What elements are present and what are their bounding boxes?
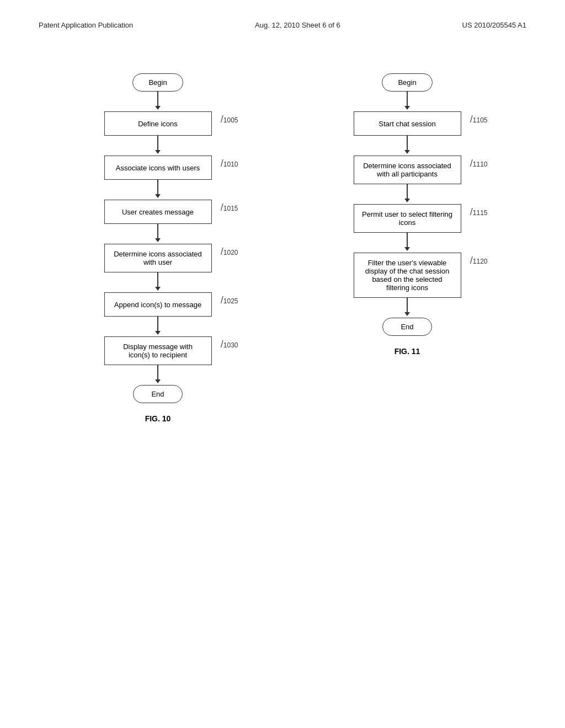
- shape-begin2: Begin: [382, 73, 432, 92]
- step-1105: Start chat session 1105: [354, 111, 461, 136]
- header-left: Patent Application Publication: [39, 21, 133, 29]
- stepnum-1020: 1020: [221, 246, 238, 258]
- begin2-label: Begin: [398, 78, 416, 87]
- arrow-begin1-to-1005: [155, 92, 161, 111]
- step-end2: End: [382, 318, 432, 336]
- arrow-1120-to-end2: [404, 298, 410, 318]
- shape-1025: Append icon(s) to message: [104, 292, 212, 317]
- arrow-1025-to-1030: [155, 317, 161, 336]
- label-1025: Append icon(s) to message: [114, 301, 201, 309]
- step-1010: Associate icons with users 1010: [104, 156, 212, 180]
- arrow-begin2-to-1105: [404, 92, 410, 111]
- flowchart-fig11: Begin Start chat session 1105 Determine …: [354, 73, 461, 356]
- page-header: Patent Application Publication Aug. 12, …: [22, 11, 543, 35]
- stepnum-1030: 1030: [221, 339, 238, 350]
- header-right: US 2010/205545 A1: [462, 21, 526, 29]
- step-1110: Determine icons associated with all part…: [354, 156, 461, 184]
- step-1020: Determine icons associated with user 102…: [104, 244, 212, 272]
- arrow-1010-to-1015: [155, 180, 161, 200]
- flowcharts-container: Begin Define icons 1005 Associate icons …: [22, 35, 543, 434]
- stepnum-1015: 1015: [221, 202, 238, 213]
- shape-begin1: Begin: [132, 73, 183, 92]
- shape-1020: Determine icons associated with user: [104, 244, 212, 272]
- fig11-label: FIG. 11: [395, 347, 420, 356]
- label-1010: Associate icons with users: [116, 164, 200, 172]
- arrow-1105-to-1110: [404, 136, 410, 156]
- page: Patent Application Publication Aug. 12, …: [0, 0, 565, 728]
- step-end1: End: [133, 385, 183, 403]
- label-1120: Filter the user's viewable display of th…: [362, 259, 453, 292]
- shape-1115: Permit user to select filtering icons: [354, 204, 461, 233]
- shape-1015: User creates message: [104, 200, 212, 224]
- label-1105: Start chat session: [379, 120, 435, 128]
- step-begin2: Begin: [382, 73, 432, 92]
- end1-label: End: [151, 390, 164, 398]
- arrow-1005-to-1010: [155, 136, 161, 156]
- fig10-label: FIG. 10: [145, 414, 171, 423]
- shape-1110: Determine icons associated with all part…: [354, 156, 461, 184]
- stepnum-1025: 1025: [221, 295, 238, 306]
- shape-end1: End: [133, 385, 183, 403]
- label-1005: Define icons: [138, 120, 178, 128]
- shape-1010: Associate icons with users: [104, 156, 212, 180]
- end2-label: End: [401, 323, 413, 331]
- step-begin1: Begin: [132, 73, 183, 92]
- step-1025: Append icon(s) to message 1025: [104, 292, 212, 317]
- stepnum-1105: 1105: [470, 114, 488, 125]
- stepnum-1115: 1115: [470, 206, 488, 218]
- step-1030: Display message with icon(s) to recipien…: [104, 336, 212, 365]
- stepnum-1120: 1120: [470, 255, 488, 266]
- stepnum-1005: 1005: [221, 114, 238, 125]
- label-1115: Permit user to select filtering icons: [362, 210, 453, 227]
- stepnum-1110: 1110: [470, 158, 488, 169]
- arrow-1030-to-end1: [155, 365, 161, 385]
- shape-1105: Start chat session: [354, 111, 461, 136]
- flowchart-fig10: Begin Define icons 1005 Associate icons …: [104, 73, 212, 423]
- shape-1030: Display message with icon(s) to recipien…: [104, 336, 212, 365]
- step-1120: Filter the user's viewable display of th…: [354, 253, 461, 298]
- step-1115: Permit user to select filtering icons 11…: [354, 204, 461, 233]
- arrow-1015-to-1020: [155, 224, 161, 244]
- label-1030: Display message with icon(s) to recipien…: [113, 342, 204, 359]
- shape-end2: End: [382, 318, 432, 336]
- shape-1120: Filter the user's viewable display of th…: [354, 253, 461, 298]
- label-1015: User creates message: [122, 208, 194, 216]
- arrow-1020-to-1025: [155, 272, 161, 292]
- label-1020: Determine icons associated with user: [113, 250, 204, 266]
- arrow-1115-to-1120: [404, 233, 410, 253]
- step-1005: Define icons 1005: [104, 111, 212, 136]
- arrow-1110-to-1115: [404, 184, 410, 204]
- stepnum-1010: 1010: [221, 158, 238, 169]
- label-1110: Determine icons associated with all part…: [362, 162, 453, 178]
- step-1015: User creates message 1015: [104, 200, 212, 224]
- header-center: Aug. 12, 2010 Sheet 6 of 6: [255, 21, 340, 29]
- shape-1005: Define icons: [104, 111, 212, 136]
- begin1-label: Begin: [148, 78, 167, 87]
